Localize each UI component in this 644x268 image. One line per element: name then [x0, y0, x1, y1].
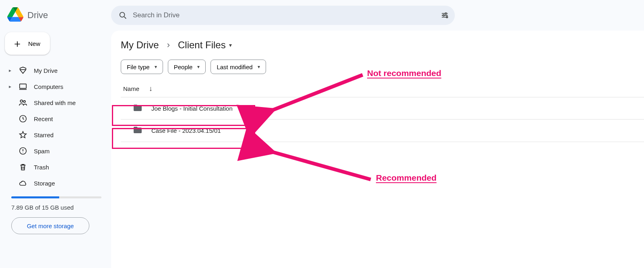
sort-arrow-down-icon[interactable]: ↓ — [149, 85, 153, 93]
sidebar-item-label: Storage — [34, 180, 55, 187]
sidebar-item-starred[interactable]: Starred — [2, 127, 106, 142]
sidebar-item-label: Spam — [34, 148, 50, 155]
star-icon — [19, 130, 27, 139]
brand[interactable]: Drive — [0, 0, 111, 31]
storage-bar — [11, 196, 101, 198]
people-icon — [19, 98, 27, 107]
breadcrumb-current-label: Client Files — [178, 39, 226, 51]
breadcrumb-root[interactable]: My Drive — [121, 39, 159, 51]
chevron-right-icon: ▸ — [8, 84, 12, 89]
sidebar-item-label: Trash — [34, 164, 49, 171]
drive-logo-icon — [7, 7, 23, 23]
sidebar-item-label: Recent — [34, 115, 53, 122]
filter-chips: File type ▾ People ▾ Last modified ▾ — [121, 60, 644, 74]
chip-label: File type — [127, 64, 150, 70]
chip-label: People — [174, 64, 193, 70]
sidebar-item-my-drive[interactable]: ▸ My Drive — [2, 63, 106, 78]
search-options-icon[interactable] — [440, 11, 449, 20]
file-name: Case File - 2023.04.15/01 — [151, 127, 221, 134]
get-more-storage-button[interactable]: Get more storage — [11, 217, 89, 234]
svg-point-7 — [443, 14, 444, 16]
sidebar-item-shared[interactable]: Shared with me — [2, 95, 106, 110]
chip-last-modified[interactable]: Last modified ▾ — [211, 60, 266, 74]
plus-icon: ＋ — [12, 38, 23, 49]
sidebar-item-storage[interactable]: Storage — [2, 175, 106, 191]
svg-point-1 — [20, 100, 23, 102]
breadcrumb-current[interactable]: Client Files ▾ — [178, 39, 232, 51]
caret-down-icon: ▾ — [258, 64, 260, 70]
chip-file-type[interactable]: File type ▾ — [121, 60, 163, 74]
computer-icon — [19, 82, 27, 91]
breadcrumb: My Drive › Client Files ▾ — [121, 39, 644, 51]
chevron-right-icon: ▸ — [8, 68, 12, 73]
column-headers: Name ↓ — [121, 85, 644, 93]
mydrive-icon — [19, 66, 27, 75]
file-list: Joe Blogs - Initial Consultation Case Fi… — [121, 97, 644, 142]
file-name: Joe Blogs - Initial Consultation — [151, 105, 233, 112]
sidebar-item-trash[interactable]: Trash — [2, 159, 106, 175]
svg-point-2 — [23, 101, 25, 103]
chevron-right-icon: › — [167, 40, 170, 50]
caret-down-icon: ▾ — [229, 42, 232, 48]
sidebar-item-spam[interactable]: Spam — [2, 143, 106, 159]
sidebar-item-label: My Drive — [34, 67, 58, 74]
table-row[interactable]: Joe Blogs - Initial Consultation — [121, 97, 644, 120]
search-input[interactable] — [133, 11, 435, 19]
sidebar-item-computers[interactable]: ▸ Computers — [2, 79, 106, 94]
sidebar-item-label: Starred — [34, 132, 54, 138]
caret-down-icon: ▾ — [155, 64, 157, 70]
cloud-icon — [19, 179, 27, 188]
svg-point-6 — [445, 13, 447, 14]
content-panel: My Drive › Client Files ▾ File type ▾ Pe… — [111, 31, 644, 268]
search-bar[interactable] — [111, 6, 455, 25]
new-button[interactable]: ＋ New — [5, 32, 50, 55]
sidebar-item-recent[interactable]: Recent — [2, 111, 106, 126]
trash-icon — [19, 163, 27, 171]
spam-icon — [19, 146, 27, 155]
clock-icon — [19, 114, 27, 123]
folder-icon — [133, 125, 142, 136]
svg-point-5 — [120, 12, 125, 17]
sidebar-nav: ▸ My Drive ▸ Computers Shared with me Re… — [0, 63, 111, 191]
caret-down-icon: ▾ — [197, 64, 200, 70]
table-row[interactable]: Case File - 2023.04.15/01 — [121, 120, 644, 142]
brand-name: Drive — [27, 10, 48, 21]
search-icon — [118, 11, 127, 20]
chip-label: Last modified — [217, 64, 252, 70]
column-name[interactable]: Name — [123, 85, 139, 92]
sidebar-item-label: Computers — [34, 83, 63, 90]
chip-people[interactable]: People ▾ — [168, 60, 206, 74]
new-button-label: New — [28, 40, 40, 47]
storage-usage-text: 7.89 GB of 15 GB used — [11, 204, 101, 211]
svg-rect-0 — [20, 84, 27, 89]
folder-icon — [133, 103, 142, 114]
sidebar-item-label: Shared with me — [34, 99, 76, 106]
